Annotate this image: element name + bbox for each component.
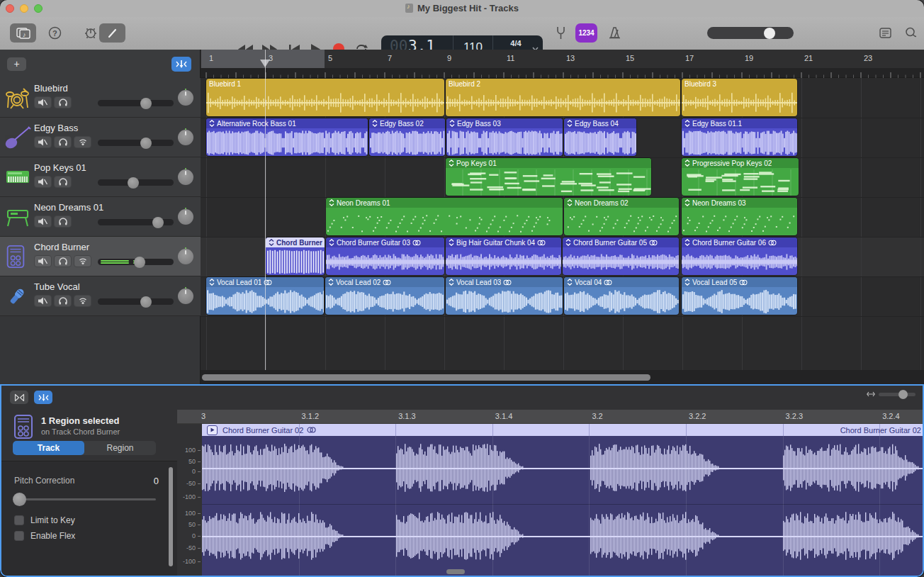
track-header-panel: + BluebirdEdgy BassPop Keys 01Neon Dream… (0, 50, 201, 386)
pan-knob[interactable] (178, 209, 193, 225)
pitch-correction-slider[interactable] (14, 498, 156, 500)
pan-knob[interactable] (178, 169, 193, 185)
region-chord-burner-guitar-03[interactable]: Chord Burner Guitar 03 (326, 237, 444, 275)
mute-button[interactable] (34, 255, 52, 267)
bar-ruler[interactable]: 1357911131517192123 (201, 50, 924, 68)
volume-slider[interactable] (98, 219, 174, 225)
volume-knob[interactable] (128, 177, 139, 189)
region-progressive-pop-keys-02[interactable]: Progressive Pop Keys 02 (682, 158, 799, 196)
pan-knob[interactable] (178, 249, 193, 264)
editor-beat-ruler[interactable]: 33.1.23.1.33.1.43.23.2.23.2.33.2.4 (177, 410, 924, 424)
count-in-button[interactable]: 1234 (575, 23, 597, 43)
volume-knob[interactable] (140, 138, 152, 149)
track-header-pop-keys-01[interactable]: Pop Keys 01 (0, 157, 201, 197)
metronome-button[interactable] (604, 23, 625, 43)
region-chord-burner-guitar-06[interactable]: Chord Burner Guitar 06 (682, 237, 797, 275)
loop-browser-button[interactable] (901, 24, 920, 42)
input-monitoring-button[interactable] (74, 295, 91, 307)
region-edgy-bass-02[interactable]: Edgy Bass 02 (369, 118, 445, 156)
volume-knob[interactable] (134, 257, 145, 268)
solo-button[interactable] (54, 136, 72, 148)
flex-button[interactable] (10, 391, 28, 404)
editor-catch-playhead-button[interactable] (34, 391, 52, 404)
track-header-edgy-bass[interactable]: Edgy Bass (0, 118, 201, 157)
pan-knob[interactable] (178, 288, 193, 304)
region-chord-burner[interactable]: Chord Burner (266, 237, 325, 275)
editor-zoom-knob[interactable] (898, 390, 908, 399)
region-label: Big Hair Guitar Chunk 04 (456, 239, 535, 247)
region-neon-dreams-02[interactable]: Neon Dreams 02 (564, 198, 679, 235)
pan-knob[interactable] (178, 90, 193, 106)
enable-flex-checkbox[interactable] (14, 531, 24, 541)
tab-region[interactable]: Region (84, 441, 156, 455)
pitch-correction-knob[interactable] (13, 493, 26, 506)
tuner-button[interactable] (551, 23, 570, 43)
region-neon-dreams-01[interactable]: Neon Dreams 01 (326, 198, 563, 235)
volume-knob[interactable] (152, 217, 164, 228)
region-vocal-lead-02[interactable]: Vocal Lead 02 (325, 277, 444, 315)
editor-toolbar (1, 386, 923, 410)
region-neon-dreams-03[interactable]: Neon Dreams 03 (682, 198, 797, 235)
region-label: Bluebird 1 (209, 80, 241, 88)
editor-zoom-slider[interactable] (879, 393, 915, 396)
region-alternative-rock-bass-01[interactable]: Alternative Rock Bass 01 (206, 118, 368, 156)
mute-button[interactable] (34, 136, 52, 148)
solo-button[interactable] (54, 176, 72, 188)
mute-button[interactable] (34, 215, 52, 228)
playhead[interactable] (265, 50, 266, 370)
volume-slider[interactable] (98, 298, 174, 305)
region-vocal-04[interactable]: Vocal 04 (564, 277, 679, 315)
track-header-neon-dreams-01[interactable]: Neon Dreams 01 (0, 197, 201, 237)
smart-controls-button[interactable] (81, 23, 100, 43)
track-header-bluebird[interactable]: Bluebird (0, 78, 201, 118)
editor-horizontal-scrollbar-thumb[interactable] (446, 569, 465, 574)
editor-region-name: Chord Burner Guitar 02 (222, 426, 303, 435)
volume-slider[interactable] (98, 100, 174, 106)
solo-button[interactable] (54, 96, 72, 108)
region-bluebird-2[interactable]: Bluebird 2 (446, 79, 680, 116)
volume-slider[interactable] (98, 259, 174, 265)
volume-knob[interactable] (140, 296, 152, 308)
region-edgy-bass-04[interactable]: Edgy Bass 04 (564, 118, 636, 156)
input-monitoring-button[interactable] (74, 136, 91, 148)
solo-button[interactable] (54, 255, 72, 267)
solo-button[interactable] (54, 295, 72, 307)
editor-region-header[interactable]: Chord Burner Guitar 02 Chord Burner Guit… (202, 424, 924, 436)
region-big-hair-guitar-chunk-04[interactable]: Big Hair Guitar Chunk 04 (446, 237, 561, 275)
help-button[interactable]: ? (45, 23, 64, 43)
track-header-tube-vocal[interactable]: Tube Vocal (0, 276, 201, 316)
region-vocal-lead-05[interactable]: Vocal Lead 05 (682, 277, 797, 315)
input-monitoring-button[interactable] (74, 255, 91, 267)
volume-slider[interactable] (98, 179, 174, 186)
volume-slider[interactable] (98, 140, 174, 146)
notepad-button[interactable] (876, 24, 894, 42)
library-button[interactable]: ♪ (10, 23, 36, 43)
region-edgy-bass-03[interactable]: Edgy Bass 03 (446, 118, 563, 156)
horizontal-scrollbar-thumb[interactable] (202, 374, 650, 381)
region-bluebird-1[interactable]: Bluebird 1 (206, 79, 444, 116)
region-play-button[interactable] (207, 425, 218, 435)
master-volume-slider[interactable] (707, 27, 794, 39)
editors-button[interactable] (99, 23, 125, 43)
mute-button[interactable] (34, 96, 52, 108)
region-bluebird-3[interactable]: Bluebird 3 (682, 79, 797, 116)
region-chord-burner-guitar-05[interactable]: Chord Burner Guitar 05 (563, 237, 679, 275)
editor-vertical-scrollbar[interactable] (169, 467, 173, 566)
volume-knob[interactable] (140, 98, 152, 109)
editor-waveform-area[interactable] (202, 436, 924, 577)
track-header-chord-burner[interactable]: Chord Burner (0, 237, 201, 276)
region-edgy-bass-01-1[interactable]: Edgy Bass 01.1 (682, 118, 797, 156)
tab-track[interactable]: Track (13, 441, 84, 455)
ruler-tick-strip[interactable] (201, 68, 924, 78)
region-vocal-lead-03[interactable]: Vocal Lead 03 (446, 277, 563, 315)
mute-button[interactable] (34, 176, 52, 188)
mute-button[interactable] (34, 295, 52, 307)
region-pop-keys-01[interactable]: Pop Keys 01 (446, 158, 651, 196)
add-track-button[interactable]: + (7, 57, 26, 71)
pan-knob[interactable] (178, 130, 193, 145)
catch-playhead-button[interactable] (171, 57, 191, 72)
editor-zoom-control[interactable] (867, 391, 915, 397)
solo-button[interactable] (54, 215, 72, 228)
master-volume-knob[interactable] (764, 28, 775, 39)
limit-to-key-checkbox[interactable] (14, 515, 24, 525)
